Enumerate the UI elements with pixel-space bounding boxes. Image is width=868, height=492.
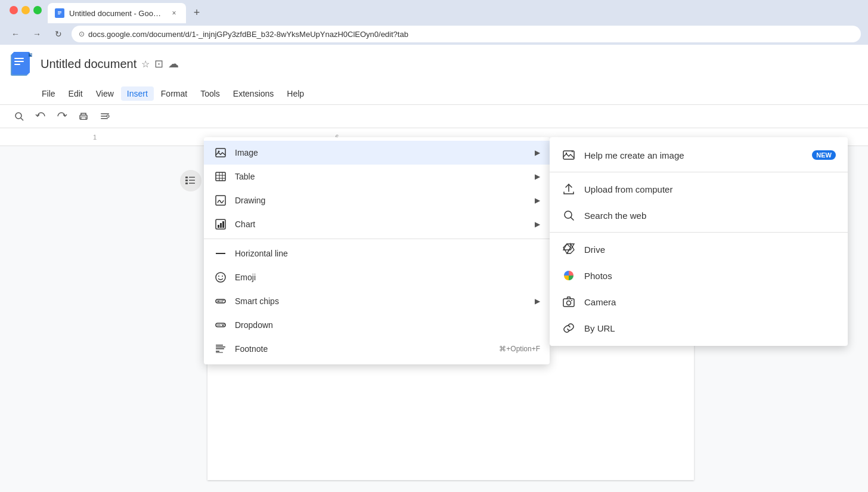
menu-insert[interactable]: Insert [121, 86, 154, 101]
docs-header: Untitled document ☆ ⊡ ☁ [0, 45, 868, 83]
doc-title[interactable]: Untitled document [41, 57, 137, 71]
insert-menu-emoji[interactable]: Emoji [204, 265, 550, 289]
image-submenu: Help me create an image New Upload from … [550, 137, 848, 346]
back-button[interactable]: ← [7, 26, 24, 42]
cloud-icon[interactable]: ☁ [168, 57, 179, 70]
svg-point-40 [222, 276, 223, 277]
traffic-lights [0, 6, 51, 14]
close-traffic-light[interactable] [10, 6, 18, 14]
svg-rect-36 [222, 221, 224, 228]
svg-rect-27 [216, 172, 225, 181]
submenu-drive[interactable]: Drive [550, 236, 848, 262]
docs-favicon [55, 8, 64, 18]
chart-arrow-icon: ▶ [535, 220, 540, 228]
submenu-camera[interactable]: Camera [550, 289, 848, 315]
submenu-photos[interactable]: Photos [550, 262, 848, 289]
doc-title-section: Untitled document ☆ ⊡ ☁ [41, 57, 179, 71]
insert-chips-label: Smart chips [235, 296, 530, 306]
chips-menu-icon [213, 294, 228, 308]
insert-menu-divider-1 [204, 239, 550, 239]
submenu-divider-1 [550, 172, 848, 172]
svg-rect-50 [216, 348, 224, 349]
forward-button[interactable]: → [29, 26, 45, 42]
svg-rect-2 [58, 13, 61, 13]
svg-rect-17 [101, 118, 108, 119]
toolbar-search[interactable] [10, 107, 29, 126]
svg-rect-48 [216, 345, 223, 346]
submenu-upload[interactable]: Upload from computer [550, 176, 848, 202]
folder-icon[interactable]: ⊡ [154, 57, 163, 70]
svg-rect-25 [216, 148, 225, 157]
footnote-shortcut: ⌘+Option+F [499, 345, 540, 353]
minimize-traffic-light[interactable] [21, 6, 30, 14]
svg-line-12 [21, 118, 23, 120]
insert-menu-drawing[interactable]: Drawing ▶ [204, 188, 550, 212]
menu-extensions[interactable]: Extensions [227, 86, 280, 101]
toolbar-format-options[interactable] [95, 107, 114, 126]
insert-menu-smartchips[interactable]: Smart chips ▶ [204, 289, 550, 313]
chips-arrow-icon: ▶ [535, 297, 540, 305]
camera-icon [562, 295, 576, 309]
url-icon [562, 321, 576, 335]
new-tab-button[interactable]: + [188, 4, 205, 21]
svg-rect-10 [29, 53, 32, 57]
insert-menu-hline[interactable]: Horizontal line [204, 242, 550, 265]
reload-button[interactable]: ↻ [50, 26, 67, 42]
active-tab[interactable]: Untitled document - Google D × [48, 3, 186, 23]
menu-file[interactable]: File [36, 86, 61, 101]
address-bar[interactable]: ⊙ docs.google.com/document/d/1-_injnjGPy… [72, 26, 861, 42]
svg-rect-34 [218, 225, 219, 228]
submenu-by-url[interactable]: By URL [550, 315, 848, 341]
toolbar-redo[interactable] [52, 107, 72, 126]
star-icon[interactable]: ☆ [141, 58, 150, 70]
svg-rect-16 [101, 116, 107, 117]
menu-bar: File Edit View Insert Format Tools Exten… [0, 83, 868, 104]
submenu-search-web[interactable]: Search the web [550, 202, 848, 228]
svg-point-11 [16, 113, 21, 119]
insert-menu-footnote[interactable]: Footnote ⌘+Option+F [204, 337, 550, 361]
tab-close-button[interactable]: × [169, 8, 179, 18]
footnote-menu-icon [213, 342, 228, 356]
outline-toggle-button[interactable] [180, 170, 202, 191]
svg-rect-32 [216, 196, 225, 205]
search-web-label: Search the web [584, 211, 836, 221]
drive-label: Drive [584, 245, 836, 255]
menu-view[interactable]: View [90, 86, 120, 101]
toolbar-undo[interactable] [31, 107, 50, 126]
svg-point-54 [566, 153, 567, 154]
svg-rect-19 [185, 177, 188, 178]
insert-menu-image[interactable]: Image ▶ [204, 141, 550, 165]
insert-hline-label: Horizontal line [235, 249, 540, 258]
upload-label: Upload from computer [584, 184, 836, 194]
camera-label: Camera [584, 297, 836, 307]
menu-edit[interactable]: Edit [63, 86, 89, 101]
chart-menu-icon [213, 217, 228, 231]
svg-point-38 [216, 273, 225, 282]
fullscreen-traffic-light[interactable] [33, 6, 42, 14]
insert-drawing-label: Drawing [235, 196, 530, 205]
svg-rect-49 [216, 346, 225, 348]
insert-footnote-label: Footnote [235, 344, 499, 354]
svg-rect-35 [220, 223, 222, 228]
drawing-menu-icon [213, 193, 228, 208]
menu-format[interactable]: Format [155, 86, 193, 101]
svg-point-42 [218, 301, 219, 302]
svg-rect-9 [14, 64, 20, 65]
svg-rect-21 [185, 180, 188, 181]
menu-tools[interactable]: Tools [194, 86, 226, 101]
insert-menu-dropdown[interactable]: Dropdown [204, 313, 550, 337]
svg-rect-1 [58, 11, 61, 12]
submenu-ai-image[interactable]: Help me create an image New [550, 142, 848, 168]
menu-help[interactable]: Help [281, 86, 310, 101]
svg-rect-24 [189, 183, 195, 184]
toolbar-print[interactable] [74, 107, 93, 126]
insert-menu-table[interactable]: Table ▶ [204, 165, 550, 188]
svg-rect-14 [81, 117, 86, 119]
dropdown-menu-icon [213, 318, 228, 332]
docs-logo [10, 52, 33, 76]
insert-menu-chart[interactable]: Chart ▶ [204, 212, 550, 236]
submenu-divider-2 [550, 232, 848, 233]
site-info-icon[interactable]: ⊙ [79, 30, 85, 38]
emoji-menu-icon [213, 270, 228, 284]
insert-image-label: Image [235, 148, 530, 157]
